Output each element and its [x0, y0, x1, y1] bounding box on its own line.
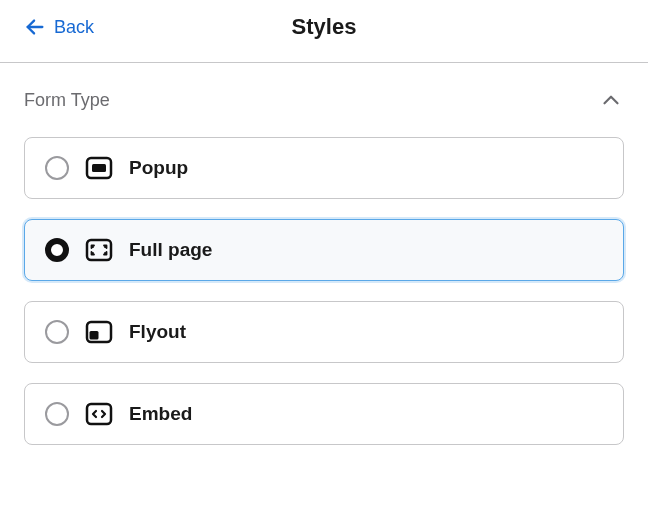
section-title: Form Type: [24, 90, 110, 111]
chevron-up-icon: [598, 87, 624, 113]
option-label-fullpage: Full page: [129, 239, 212, 261]
option-embed[interactable]: Embed: [24, 383, 624, 445]
svg-rect-2: [92, 164, 106, 172]
option-label-popup: Popup: [129, 157, 188, 179]
flyout-icon: [85, 318, 113, 346]
radio-popup[interactable]: [45, 156, 69, 180]
page-title: Styles: [0, 14, 648, 40]
form-type-section: Form Type Popup Full page Flyout: [0, 63, 648, 445]
radio-embed[interactable]: [45, 402, 69, 426]
popup-icon: [85, 154, 113, 182]
option-flyout[interactable]: Flyout: [24, 301, 624, 363]
fullpage-icon: [85, 236, 113, 264]
section-header-form-type[interactable]: Form Type: [24, 87, 624, 113]
option-popup[interactable]: Popup: [24, 137, 624, 199]
arrow-left-icon: [24, 16, 46, 38]
svg-rect-6: [87, 404, 111, 424]
svg-rect-5: [90, 331, 99, 340]
header-bar: Back Styles: [0, 0, 648, 62]
option-fullpage[interactable]: Full page: [24, 219, 624, 281]
radio-fullpage[interactable]: [45, 238, 69, 262]
option-label-flyout: Flyout: [129, 321, 186, 343]
svg-rect-3: [87, 240, 111, 260]
option-label-embed: Embed: [129, 403, 192, 425]
radio-flyout[interactable]: [45, 320, 69, 344]
back-button[interactable]: Back: [24, 16, 94, 38]
embed-icon: [85, 400, 113, 428]
back-label: Back: [54, 17, 94, 38]
